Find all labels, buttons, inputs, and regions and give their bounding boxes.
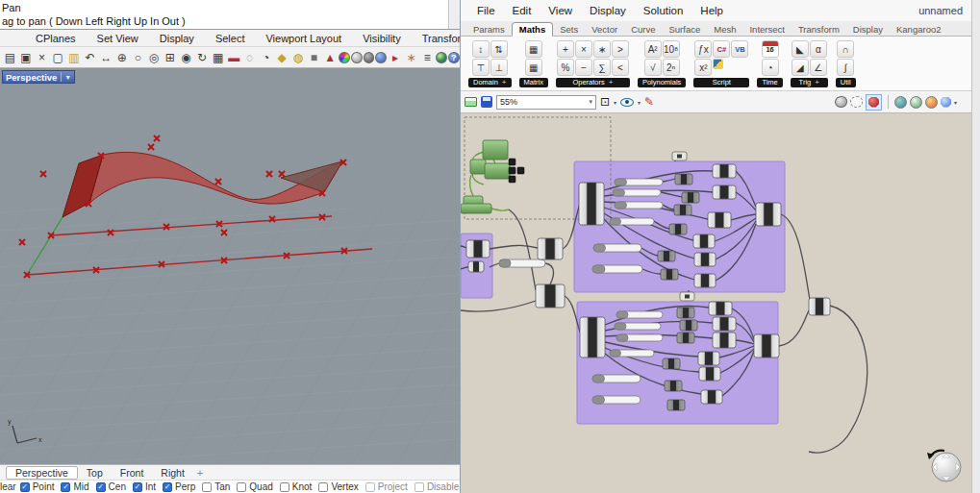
expression-icon[interactable]: ƒx	[694, 40, 712, 58]
small-component-node[interactable]	[661, 269, 678, 280]
component-node[interactable]	[466, 240, 490, 258]
domain-d-icon[interactable]: ⊥	[490, 59, 508, 76]
viewport-scene[interactable]: xy	[0, 68, 460, 464]
gh-menu-display[interactable]: Display	[581, 5, 635, 16]
command-history[interactable]: Pan ag to pan ( Down Left Right Up In Ou…	[0, 0, 460, 30]
mini-widget-button[interactable]	[517, 167, 524, 174]
ribbon-group-label-operators[interactable]: Operators+	[556, 78, 630, 87]
rotate-view-icon[interactable]: ↻	[194, 50, 210, 65]
csharp-script-icon[interactable]: C#	[713, 40, 730, 58]
component-node[interactable]	[694, 253, 716, 266]
small-component-node[interactable]	[663, 358, 680, 369]
component-node[interactable]	[754, 334, 779, 357]
wireframe-preview-icon[interactable]	[850, 96, 863, 108]
undo-icon[interactable]: ↶	[83, 50, 98, 65]
checkbox-perp[interactable]: ✓	[163, 482, 172, 492]
group-tag[interactable]	[680, 292, 694, 301]
ribbon-group-label-polynomials[interactable]: Polynomials	[638, 78, 686, 87]
zoom-combobox[interactable]: 55% ▾	[496, 95, 596, 110]
color-wheel-icon[interactable]	[339, 52, 350, 63]
gh-tab-maths[interactable]: Maths	[512, 22, 553, 37]
number-slider[interactable]	[499, 259, 545, 267]
hat-icon[interactable]: ▲	[322, 50, 338, 65]
shade-gray-icon[interactable]	[351, 52, 363, 63]
shade-blue-icon[interactable]	[375, 52, 387, 63]
similarity-icon[interactable]: ∗	[593, 40, 611, 58]
chevron-down-icon[interactable]: ▼	[64, 74, 71, 81]
control-point-marker[interactable]	[279, 171, 285, 177]
trig-red-icon[interactable]: ◣	[792, 40, 809, 58]
component-node[interactable]	[538, 238, 563, 259]
copy-icon[interactable]: ▣	[18, 50, 34, 65]
number-slider[interactable]	[615, 323, 661, 330]
checkbox-point[interactable]: ✓	[20, 482, 30, 492]
component-node[interactable]	[536, 284, 565, 308]
number-slider[interactable]	[616, 334, 663, 341]
checkbox-knot[interactable]	[280, 482, 289, 492]
matrix-a-icon[interactable]: ▦	[525, 40, 542, 58]
osnap-project[interactable]: Project	[365, 481, 408, 492]
ribbon-group-label-matrix[interactable]: Matrix	[519, 78, 548, 87]
gh-menu-edit[interactable]: Edit	[504, 5, 540, 16]
clock-icon[interactable]: ◔	[762, 59, 779, 76]
component-node[interactable]	[698, 352, 719, 365]
checkbox-project[interactable]	[365, 482, 375, 492]
osnap-quad[interactable]: Quad	[237, 481, 272, 492]
gh-tab-intersect[interactable]: Intersect	[742, 23, 791, 36]
zoom-extents-icon[interactable]: ⊡	[600, 95, 610, 109]
gh-tab-curve[interactable]: Curve	[624, 23, 662, 36]
osnap-point[interactable]: ✓Point	[20, 481, 55, 492]
checkbox-mid[interactable]: ✓	[61, 482, 70, 492]
preview-sphere-3-icon[interactable]	[925, 96, 938, 109]
mass-addition-icon[interactable]: ∑	[593, 59, 611, 76]
shade-dark-icon[interactable]	[364, 52, 375, 63]
save-file-icon[interactable]	[481, 96, 492, 108]
gh-menu-file[interactable]: File	[468, 5, 504, 16]
globe-icon[interactable]	[436, 52, 447, 63]
gh-tab-params[interactable]: Params	[466, 23, 512, 36]
no-preview-icon[interactable]	[835, 96, 847, 108]
checkbox-quad[interactable]	[237, 482, 246, 492]
component-node[interactable]	[809, 298, 830, 315]
red-curve-2[interactable]	[27, 249, 372, 275]
view-tab-right[interactable]: Right	[152, 466, 193, 480]
ribbon-group-label-time[interactable]: Time	[757, 78, 782, 87]
menu-set-view[interactable]: Set View	[87, 33, 149, 44]
blue-gem-icon[interactable]	[941, 97, 951, 108]
square-root-icon[interactable]: √	[644, 59, 662, 76]
small-component-node[interactable]	[658, 251, 675, 261]
gaussian-icon[interactable]: ∩	[837, 40, 854, 58]
layers-icon[interactable]: ▦	[211, 50, 226, 65]
control-point-marker[interactable]	[108, 230, 113, 235]
delete-icon[interactable]: ×	[35, 50, 50, 65]
stairs-icon[interactable]: ≡	[419, 50, 435, 65]
menu-select[interactable]: Select	[205, 33, 256, 44]
checkbox-vertex[interactable]	[318, 482, 328, 492]
division-icon[interactable]: %	[557, 59, 574, 76]
component-node[interactable]	[713, 164, 736, 178]
green-component[interactable]	[485, 163, 510, 179]
grasshopper-canvas[interactable]	[461, 113, 972, 493]
flower-icon[interactable]: ∗	[404, 50, 419, 65]
number-slider[interactable]	[610, 218, 654, 225]
preview-eye-icon[interactable]	[620, 98, 634, 107]
zoom-window-icon[interactable]: ⊞	[163, 50, 178, 65]
s-curve-icon[interactable]: ∫	[837, 59, 854, 76]
number-slider[interactable]	[610, 350, 654, 357]
perspective-viewport[interactable]: Perspective ▼ xy	[0, 68, 460, 464]
ribbon-group-label-util[interactable]: Util	[836, 78, 856, 87]
checkbox-disable[interactable]	[415, 482, 424, 492]
menu-viewport-layout[interactable]: Viewport Layout	[255, 33, 352, 44]
small-component-node[interactable]	[674, 205, 691, 215]
component-node[interactable]	[713, 185, 736, 199]
chevron-down-icon[interactable]: ▾	[954, 99, 957, 106]
group-tag[interactable]	[672, 152, 687, 160]
small-component-node[interactable]	[675, 174, 692, 185]
power-of-10-icon[interactable]: 10⁸	[663, 40, 680, 58]
checkbox-int[interactable]: ✓	[133, 482, 142, 492]
small-component-node[interactable]	[667, 400, 685, 410]
mini-widget-button[interactable]	[509, 167, 515, 174]
angle-icon[interactable]: ∠	[810, 59, 827, 76]
domain-b-icon[interactable]: ⊤	[472, 59, 490, 76]
vb-script-icon[interactable]: VB	[731, 40, 748, 58]
